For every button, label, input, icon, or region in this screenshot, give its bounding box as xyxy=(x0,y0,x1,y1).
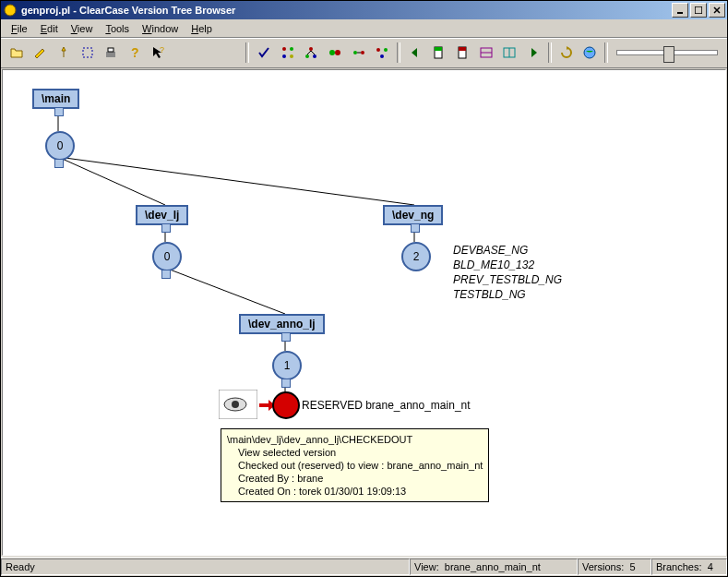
svg-rect-7 xyxy=(108,48,113,52)
pencil-icon[interactable] xyxy=(30,42,52,64)
svg-point-10 xyxy=(282,47,286,51)
menu-edit[interactable]: Edit xyxy=(34,21,65,36)
label-prev-testbld: PREV_TESTBLD_NG xyxy=(453,273,562,286)
svg-point-22 xyxy=(361,51,364,54)
globe-icon[interactable] xyxy=(579,42,601,64)
menu-tools[interactable]: Tools xyxy=(99,21,136,36)
svg-line-18 xyxy=(311,51,315,54)
close-button[interactable] xyxy=(709,3,725,18)
tooltip: \main\dev_lj\dev_anno_lj\CHECKEDOUT View… xyxy=(221,428,489,502)
version-dev-ng-2[interactable]: 2 xyxy=(401,242,431,271)
svg-text:?: ? xyxy=(131,45,139,60)
tooltip-path: \main\dev_lj\dev_anno_lj\CHECKEDOUT xyxy=(227,433,483,446)
svg-rect-5 xyxy=(83,48,92,57)
svg-point-0 xyxy=(5,5,16,16)
branch-dev-ng[interactable]: \dev_ng xyxy=(383,205,443,225)
svg-rect-1 xyxy=(677,12,683,14)
separator xyxy=(548,42,552,63)
version-dev-lj-0[interactable]: 0 xyxy=(152,242,182,271)
svg-point-24 xyxy=(376,48,380,52)
port-icon xyxy=(54,107,64,116)
app-window: genproj.pl - ClearCase Version Tree Brow… xyxy=(0,0,728,577)
maximize-button[interactable] xyxy=(690,3,707,18)
svg-point-25 xyxy=(384,48,388,52)
select-icon[interactable] xyxy=(77,42,99,64)
check-icon[interactable] xyxy=(253,42,275,64)
port-icon xyxy=(54,159,64,168)
status-versions: Versions: 5 xyxy=(578,559,651,575)
svg-line-41 xyxy=(165,268,285,314)
status-view: View: brane_anno_main_nt xyxy=(410,559,578,575)
separator xyxy=(245,42,249,63)
pushpin-icon[interactable] xyxy=(53,42,75,64)
svg-line-38 xyxy=(58,157,414,205)
label-testbld-ng: TESTBLD_NG xyxy=(453,288,526,301)
menu-window[interactable]: Window xyxy=(136,21,185,36)
zoom-slider-thumb[interactable] xyxy=(663,46,674,63)
reserved-label: RESERVED brane_anno_main_nt xyxy=(302,399,471,412)
open-icon[interactable] xyxy=(6,42,28,64)
help-icon[interactable]: ? xyxy=(124,42,146,64)
tooltip-checked-out: Checked out (reserved) to view : brane_a… xyxy=(227,459,483,472)
svg-point-35 xyxy=(584,47,595,58)
menubar: File Edit View Tools Window Help xyxy=(1,19,727,38)
svg-rect-2 xyxy=(695,6,702,14)
doc-red-icon[interactable] xyxy=(451,42,473,64)
menu-view[interactable]: View xyxy=(65,21,100,36)
svg-point-13 xyxy=(290,54,293,58)
port-icon xyxy=(281,379,291,388)
port-icon xyxy=(161,270,171,279)
nodes-grid-icon[interactable] xyxy=(277,42,299,64)
menu-file[interactable]: File xyxy=(5,21,34,36)
next-icon[interactable] xyxy=(522,42,544,64)
view2-icon[interactable] xyxy=(499,42,521,64)
view1-icon[interactable] xyxy=(475,42,497,64)
minimize-button[interactable] xyxy=(672,3,688,18)
tooltip-created-by: Created By : brane xyxy=(227,472,483,485)
separator xyxy=(604,42,608,63)
zoom-slider[interactable] xyxy=(616,50,718,55)
port-icon xyxy=(411,223,420,233)
port-icon xyxy=(281,332,291,342)
nodes-chain-icon[interactable] xyxy=(371,42,393,64)
version-dev-anno-lj-1[interactable]: 1 xyxy=(272,351,302,380)
svg-text:?: ? xyxy=(160,45,164,54)
prev-icon[interactable] xyxy=(404,42,426,64)
svg-rect-6 xyxy=(106,52,115,57)
view-eye-icon xyxy=(219,390,257,419)
print-icon[interactable] xyxy=(101,42,123,64)
tree-canvas[interactable]: \main 0 \dev_lj 0 \dev_ng 2 DEVBASE_NG B… xyxy=(2,69,726,556)
status-branches: Branches: 4 xyxy=(651,559,727,575)
svg-line-17 xyxy=(307,51,311,54)
titlebar[interactable]: genproj.pl - ClearCase Version Tree Brow… xyxy=(1,1,727,19)
branch-main[interactable]: \main xyxy=(32,89,79,109)
tooltip-view-selected: View selected version xyxy=(227,446,483,459)
tooltip-created-on: Created On : torek 01/30/01 19:09:13 xyxy=(227,485,483,498)
svg-point-21 xyxy=(353,51,357,54)
nodes-pair-icon[interactable] xyxy=(324,42,346,64)
svg-rect-28 xyxy=(435,47,442,51)
version-main-0[interactable]: 0 xyxy=(45,131,75,161)
menu-help[interactable]: Help xyxy=(185,21,219,36)
svg-point-14 xyxy=(309,47,313,51)
statusbar: Ready View: brane_anno_main_nt Versions:… xyxy=(1,557,727,576)
help-pointer-icon[interactable]: ? xyxy=(148,42,170,64)
branch-dev-lj[interactable]: \dev_lj xyxy=(136,205,188,225)
nodes-tree-icon[interactable] xyxy=(300,42,322,64)
port-icon xyxy=(161,223,171,233)
status-ready: Ready xyxy=(1,559,410,575)
refresh-icon[interactable] xyxy=(555,42,578,64)
svg-point-16 xyxy=(313,54,316,58)
branch-dev-anno-lj[interactable]: \dev_anno_lj xyxy=(239,314,325,334)
toolbar: ? ? xyxy=(1,38,727,68)
svg-point-46 xyxy=(232,401,239,408)
label-devbase-ng: DEVBASE_NG xyxy=(453,244,528,257)
app-icon xyxy=(3,3,18,18)
doc-green-icon[interactable] xyxy=(428,42,450,64)
nodes-link-icon[interactable] xyxy=(348,42,370,64)
checkedout-version[interactable] xyxy=(272,391,300,419)
svg-line-37 xyxy=(58,157,165,205)
svg-point-11 xyxy=(290,47,293,51)
svg-point-20 xyxy=(335,50,340,55)
svg-point-19 xyxy=(329,50,335,55)
